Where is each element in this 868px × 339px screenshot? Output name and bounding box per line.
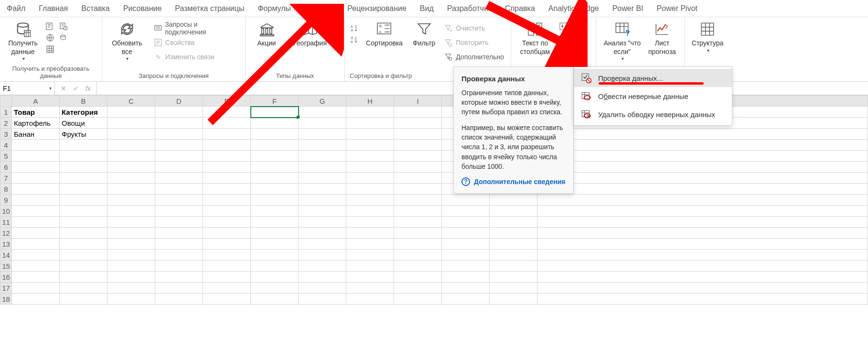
cell-A9[interactable]: [12, 195, 60, 206]
row-header-14[interactable]: 14: [0, 250, 12, 261]
flash-fill-icon[interactable]: [559, 22, 568, 31]
cell-A11[interactable]: [12, 217, 60, 228]
cell-A18[interactable]: [12, 294, 60, 305]
cell-E13[interactable]: [203, 239, 251, 250]
row-header-10[interactable]: 10: [0, 206, 12, 217]
cell-G5[interactable]: [299, 151, 346, 162]
cell-J11[interactable]: [442, 217, 490, 228]
name-box-input[interactable]: [3, 85, 41, 92]
menu-item-формулы[interactable]: Формулы: [251, 0, 298, 17]
column-header-H[interactable]: H: [346, 96, 394, 107]
cell-J13[interactable]: [442, 239, 490, 250]
menu-item-разработчик[interactable]: Разработчик: [440, 0, 498, 17]
cell-K12[interactable]: [490, 228, 537, 239]
cell-B16[interactable]: [60, 272, 107, 283]
cell-B15[interactable]: [60, 261, 107, 272]
cell-K18[interactable]: [490, 294, 537, 305]
cell-C5[interactable]: [107, 151, 155, 162]
cell-H12[interactable]: [346, 228, 394, 239]
cell-extra[interactable]: [537, 228, 868, 239]
cell-D16[interactable]: [155, 272, 203, 283]
cell-F15[interactable]: [251, 261, 299, 272]
cell-D15[interactable]: [155, 261, 203, 272]
column-header-I[interactable]: I: [394, 96, 442, 107]
cell-E2[interactable]: [203, 118, 251, 129]
cell-G13[interactable]: [299, 239, 346, 250]
cell-B1[interactable]: Категория: [60, 107, 107, 118]
cell-D5[interactable]: [155, 151, 203, 162]
cell-G18[interactable]: [299, 294, 346, 305]
cell-D2[interactable]: [155, 118, 203, 129]
cell-K13[interactable]: [490, 239, 537, 250]
cell-D11[interactable]: [155, 217, 203, 228]
cell-C14[interactable]: [107, 250, 155, 261]
column-header-B[interactable]: B: [60, 96, 107, 107]
cell-G11[interactable]: [299, 217, 346, 228]
cell-I10[interactable]: [394, 206, 442, 217]
cell-F11[interactable]: [251, 217, 299, 228]
cell-K16[interactable]: [490, 272, 537, 283]
column-header-F[interactable]: F: [251, 96, 299, 107]
sort-desc-icon[interactable]: ЯA: [350, 35, 358, 44]
cell-E5[interactable]: [203, 151, 251, 162]
cell-D13[interactable]: [155, 239, 203, 250]
cell-I5[interactable]: [394, 151, 442, 162]
from-text-icon[interactable]: [46, 22, 54, 31]
column-header-C[interactable]: C: [107, 96, 155, 107]
cell-extra[interactable]: [537, 195, 868, 206]
cell-D9[interactable]: [155, 195, 203, 206]
cell-H8[interactable]: [346, 184, 394, 195]
spreadsheet-grid[interactable]: ABCDEFGHIJK1ТоварКатегория2КартофельОвощ…: [0, 95, 868, 305]
cell-A4[interactable]: [12, 140, 60, 151]
cell-F4[interactable]: [251, 140, 299, 151]
row-header-1[interactable]: 1: [0, 107, 12, 118]
cell-E15[interactable]: [203, 261, 251, 272]
cell-F2[interactable]: [251, 118, 299, 129]
cell-I12[interactable]: [394, 228, 442, 239]
what-if-button[interactable]: ? Анализ "что если" ▾: [601, 20, 643, 62]
cell-H14[interactable]: [346, 250, 394, 261]
cell-I9[interactable]: [394, 195, 442, 206]
cell-A7[interactable]: [12, 173, 60, 184]
cell-F3[interactable]: [251, 129, 299, 140]
cell-extra[interactable]: [537, 272, 868, 283]
menu-item-рецензирование[interactable]: Рецензирование: [341, 0, 413, 17]
cell-I14[interactable]: [394, 250, 442, 261]
cell-G12[interactable]: [299, 228, 346, 239]
outline-button[interactable]: Структура ▾: [690, 20, 725, 54]
column-header-D[interactable]: D: [155, 96, 203, 107]
cell-C17[interactable]: [107, 283, 155, 294]
get-data-button[interactable]: Получить данные ▾: [5, 20, 41, 62]
cell-I11[interactable]: [394, 217, 442, 228]
cell-B18[interactable]: [60, 294, 107, 305]
cell-B9[interactable]: [60, 195, 107, 206]
cell-D6[interactable]: [155, 162, 203, 173]
remove-duplicates-icon[interactable]: [559, 33, 568, 42]
cell-E1[interactable]: [203, 107, 251, 118]
cell-E6[interactable]: [203, 162, 251, 173]
cell-A15[interactable]: [12, 261, 60, 272]
cell-F6[interactable]: [251, 162, 299, 173]
cell-C8[interactable]: [107, 184, 155, 195]
cell-A10[interactable]: [12, 206, 60, 217]
cell-H2[interactable]: [346, 118, 394, 129]
refresh-all-button[interactable]: Обновить все ▾: [107, 20, 147, 62]
cell-E18[interactable]: [203, 294, 251, 305]
cell-G4[interactable]: [299, 140, 346, 151]
row-header-16[interactable]: 16: [0, 272, 12, 283]
cell-extra[interactable]: [537, 173, 868, 184]
cell-extra[interactable]: [537, 162, 868, 173]
row-header-8[interactable]: 8: [0, 184, 12, 195]
cell-D4[interactable]: [155, 140, 203, 151]
cell-H4[interactable]: [346, 140, 394, 151]
cell-C6[interactable]: [107, 162, 155, 173]
cell-E7[interactable]: [203, 173, 251, 184]
cell-E16[interactable]: [203, 272, 251, 283]
cell-G2[interactable]: [299, 118, 346, 129]
cell-G10[interactable]: [299, 206, 346, 217]
cell-E17[interactable]: [203, 283, 251, 294]
cell-D17[interactable]: [155, 283, 203, 294]
cell-I7[interactable]: [394, 173, 442, 184]
cell-G1[interactable]: [299, 107, 346, 118]
filter-button[interactable]: Фильтр: [410, 20, 438, 48]
